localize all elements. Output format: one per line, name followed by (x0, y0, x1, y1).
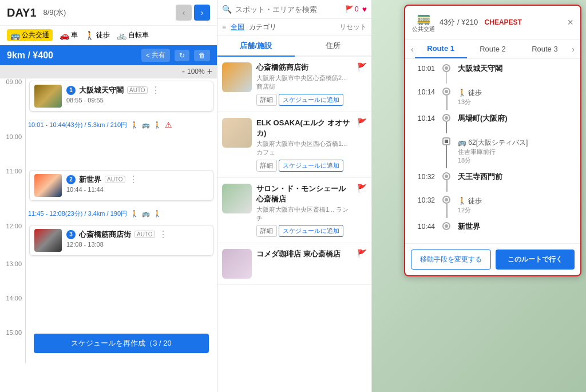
tab-address[interactable]: 住所 (295, 36, 372, 56)
zoom-minus-button[interactable]: - (182, 66, 185, 77)
detail-button-3[interactable]: 詳細 (256, 225, 277, 237)
place-info-1: 心斎橋筋商店街 大阪府大阪市中央区心斎橋筋2... 商店街 詳細 スケジュールに… (256, 62, 353, 106)
osaka-more-button[interactable]: ⋮ (151, 85, 160, 96)
detail-button-1[interactable]: 詳細 (256, 94, 277, 106)
delete-button[interactable]: 🗑 (194, 50, 210, 61)
transport-bike-label: 自転車 (128, 30, 149, 40)
step-dot-start (444, 65, 449, 71)
place-addr-3: 大阪府大阪市中央区斎橋1... ランチ (256, 205, 353, 223)
add-button-1[interactable]: スケジュールに追加 (279, 94, 343, 106)
step-time-walk1: 10:14 (412, 87, 435, 111)
next-day-button[interactable]: › (194, 5, 210, 21)
osaka-name: 大阪城天守閣 (79, 85, 124, 96)
transit-time-1 (0, 116, 26, 133)
route-step-tennoji: 10:32 天王寺西門前 (412, 172, 573, 193)
place-info-2: ELK OSAKA(エルク オオサカ) 大阪府大阪市中央区西心斎橋1... カフ… (256, 118, 353, 172)
place-flag-2[interactable]: 🚩 (357, 118, 367, 127)
schedule-item-shinsekai[interactable]: 2 新世界 AUTO ⋮ 10:44 - 11:44 (29, 170, 213, 201)
route-tab-3[interactable]: Route 3 (518, 40, 571, 58)
time-content-14 (26, 295, 217, 329)
route-actions: < 共有 ↻ 🗑 (141, 49, 210, 62)
reset-button[interactable]: リセット (339, 22, 367, 32)
transport-car-label: 車 (71, 30, 78, 40)
route-summary-bar: 9km / ¥400 < 共有 ↻ 🗑 (0, 45, 217, 65)
transport-walk[interactable]: 🚶 徒歩 (85, 30, 110, 40)
place-flag-3[interactable]: 🚩 (357, 184, 367, 193)
middle-panel: 🔍 🚩 0 ♥ ≡ 全国 カテゴリ リセット 店舗/施設 住所 心斎橋筋商店街 … (217, 0, 372, 392)
filter-category-button[interactable]: カテゴリ (249, 22, 276, 32)
step-time-bus (412, 137, 435, 169)
schedule-item-osaka[interactable]: 1 大阪城天守閣 AUTO ⋮ 08:55 - 09:55 (29, 81, 213, 112)
close-button[interactable]: × (567, 17, 573, 29)
time-content-09: 1 大阪城天守閣 AUTO ⋮ 08:55 - 09:55 (26, 78, 217, 116)
step-time-shinsekai: 10:44 (412, 221, 435, 236)
transit-detail-1: 10:01 - 10:44(43分) / 5.3km / 210円 🚶 🚌 🚶 … (28, 118, 215, 131)
time-label-12: 12:00 (0, 223, 26, 260)
prev-day-button[interactable]: ‹ (176, 5, 192, 21)
transit-text-1: 10:01 - 10:44(43分) / 5.3km / 210円 (28, 121, 127, 129)
route-summary-text: 43分 / ¥210 CHEAPEST (440, 17, 563, 27)
route-tabs: ‹ Route 1 Route 2 Route 3 › (405, 39, 580, 59)
sync-button[interactable]: ↻ (175, 50, 189, 61)
tab-shops[interactable]: 店舗/施設 (217, 36, 295, 57)
change-transport-button[interactable]: 移動手段を変更する (411, 250, 491, 270)
place-flag-1[interactable]: 🚩 (357, 62, 367, 72)
search-input[interactable] (235, 5, 342, 14)
shinsaibashi-more-button[interactable]: ⋮ (159, 229, 168, 240)
step-content-walk1: 🚶 徒歩 13分 (458, 87, 573, 111)
time-row-13: 13:00 (0, 260, 217, 295)
transport-public[interactable]: 🚌 公共交通 (7, 29, 53, 41)
transit-time-2 (0, 205, 26, 223)
place-thumb-2 (222, 118, 252, 148)
shinsaibashi-thumb (34, 229, 62, 252)
transport-bike[interactable]: 🚲 自転車 (117, 30, 149, 40)
flag-icon: 🚩 (345, 5, 354, 13)
route-tab-prev-button[interactable]: ‹ (410, 41, 415, 57)
place-thumb-3 (222, 184, 252, 213)
step-place-tennoji: 天王寺西門前 (458, 172, 573, 182)
detail-button-2[interactable]: 詳細 (256, 160, 277, 172)
route-tab-next-button[interactable]: › (571, 41, 576, 57)
add-button-3[interactable]: スケジュールに追加 (279, 225, 343, 237)
step-dot-walk2 (444, 197, 449, 203)
step-content-baba: 馬場町(大阪府) (458, 113, 573, 134)
step-line-tennoji (446, 180, 448, 192)
share-button[interactable]: < 共有 (141, 49, 170, 62)
step-line-col-baba (441, 113, 452, 134)
right-panel: 🚃 公共交通 43分 / ¥210 CHEAPEST × ‹ Route 1 R… (372, 0, 586, 392)
zoom-plus-button[interactable]: + (207, 66, 212, 77)
route-step-start: 10:01 大阪城天守閣 (412, 64, 573, 85)
filter-bar: ≡ 全国 カテゴリ リセット (217, 19, 371, 36)
filter-all-button[interactable]: 全国 (231, 22, 244, 32)
place-info-4: コメダ珈琲店 東心斎橋店 (256, 249, 353, 260)
shinsekai-more-button[interactable]: ⋮ (129, 174, 138, 185)
route-step-walk2: 10:32 🚶 徒歩 12分 (412, 195, 573, 219)
place-addr-1: 大阪府大阪市中央区心斎橋筋2... 商店街 (256, 74, 353, 92)
time-content-12: 3 心斎橋筋商店街 AUTO ⋮ 12:08 - 13:08 (26, 223, 217, 260)
day-header: DAY1 8/9(水) ‹ › (0, 0, 217, 26)
reschedule-button[interactable]: スケジュールを再作成（3 / 20 (34, 334, 209, 353)
transit-row-1: 10:01 - 10:44(43分) / 5.3km / 210円 🚶 🚌 🚶 … (0, 116, 217, 133)
go-route-button[interactable]: このルートで行く (496, 250, 575, 270)
step-sub-walk2: 12分 (458, 206, 573, 215)
walk-icon-2: 🚶 (458, 197, 466, 205)
shinsaibashi-name: 心斎橋筋商店街 (79, 229, 131, 240)
list-item: 心斎橋筋商店街 大阪府大阪市中央区心斎橋筋2... 商店街 詳細 スケジュールに… (217, 57, 371, 112)
badge-shinsaibashi: 3 (66, 230, 76, 239)
cheapest-badge: CHEAPEST (485, 18, 522, 26)
route-panel: 🚃 公共交通 43分 / ¥210 CHEAPEST × ‹ Route 1 R… (404, 5, 581, 276)
transport-car[interactable]: 🚗 車 (60, 30, 78, 40)
place-list: 心斎橋筋商店街 大阪府大阪市中央区心斎橋筋2... 商店街 詳細 スケジュールに… (217, 57, 371, 392)
place-flag-4[interactable]: 🚩 (357, 249, 367, 258)
heart-icon[interactable]: ♥ (362, 5, 367, 14)
route-tab-2[interactable]: Route 2 (467, 40, 519, 58)
schedule-item-shinsaibashi[interactable]: 3 心斎橋筋商店街 AUTO ⋮ 12:08 - 13:08 (29, 225, 213, 256)
step-line-bus (446, 145, 447, 168)
add-button-2[interactable]: スケジュールに追加 (279, 160, 343, 172)
time-content-11: 2 新世界 AUTO ⋮ 10:44 - 11:44 (26, 168, 217, 205)
place-thumb-4 (222, 249, 252, 279)
route-tab-1[interactable]: Route 1 (415, 39, 467, 58)
place-thumb-1 (222, 62, 252, 92)
car-icon: 🚗 (60, 31, 69, 40)
step-line-col-walk1 (441, 87, 452, 111)
